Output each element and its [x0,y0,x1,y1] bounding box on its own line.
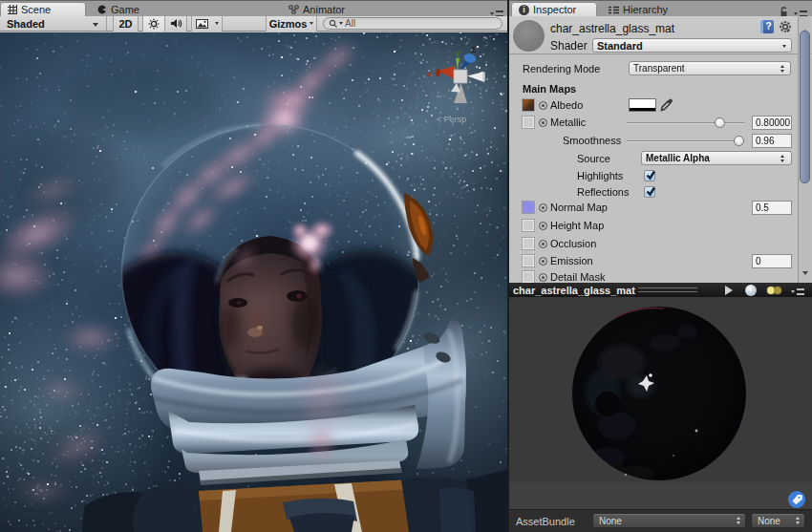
svg-text:x: x [427,70,432,78]
svg-text:< Persp: < Persp [437,115,466,124]
svg-text:Z: Z [471,45,476,54]
